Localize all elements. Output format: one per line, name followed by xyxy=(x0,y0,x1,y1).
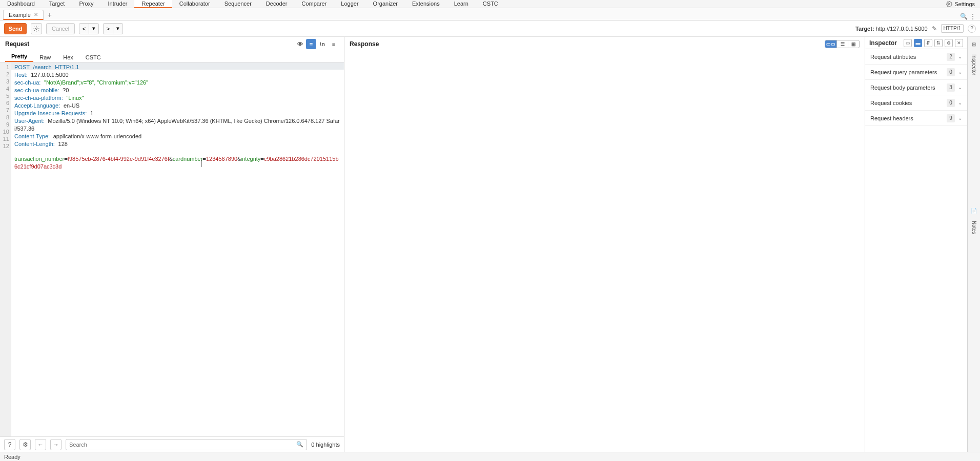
menu-learn[interactable]: Learn xyxy=(447,0,476,8)
sidestrip-notes[interactable]: Notes xyxy=(971,221,977,234)
inspector-panel: Inspector ▭ ▬ ⇵ ⇅ ⚙ ✕ Request attributes… xyxy=(865,37,968,452)
inspector-row-0[interactable]: Request attributes2⌄ xyxy=(865,49,967,65)
request-footer: ? ⚙ ← → 🔍 0 highlights xyxy=(0,436,344,452)
help-icon[interactable]: ? xyxy=(968,25,976,33)
inspector-row-count: 3 xyxy=(947,83,955,92)
layout-horizontal-icon[interactable]: ▭▭ xyxy=(825,40,836,48)
view-tab-pretty[interactable]: Pretty xyxy=(5,52,33,62)
tab-label: Example xyxy=(9,12,31,18)
inspector-gear-icon[interactable]: ⚙ xyxy=(945,39,953,47)
hamburger-icon[interactable]: ≡ xyxy=(329,39,339,49)
repeater-tabstrip: Example ✕ + 🔍 ⋮ xyxy=(0,8,980,20)
sidestrip-grid-icon[interactable]: ⊞ xyxy=(970,40,978,48)
menu-intruder[interactable]: Intruder xyxy=(101,0,135,8)
forward-icon[interactable]: → xyxy=(50,439,62,450)
menu-collaborator[interactable]: Collaborator xyxy=(172,0,217,8)
view-tab-hex[interactable]: Hex xyxy=(57,53,79,62)
status-text: Ready xyxy=(4,454,21,460)
send-button[interactable]: Send xyxy=(4,23,27,34)
menu-cstc[interactable]: CSTC xyxy=(476,0,505,8)
gear-icon[interactable]: ⚙ xyxy=(19,439,31,450)
gear-icon xyxy=(946,1,952,7)
inspector-view2-icon[interactable]: ▬ xyxy=(914,39,922,47)
search-input[interactable] xyxy=(69,442,296,448)
history-prev-button[interactable]: < xyxy=(79,23,89,34)
main-menubar: Dashboard Target Proxy Intruder Repeater… xyxy=(0,0,980,8)
inspector-row-label: Request query parameters xyxy=(870,69,947,75)
response-panel: Response ▭▭ ☰ ▣ xyxy=(344,37,865,452)
inspector-row-1[interactable]: Request query parameters0⌄ xyxy=(865,65,967,80)
inspector-row-4[interactable]: Request headers9⌄ xyxy=(865,111,967,126)
menu-comparer[interactable]: Comparer xyxy=(294,0,334,8)
status-bar: Ready xyxy=(0,452,980,461)
inspector-row-count: 0 xyxy=(947,99,955,107)
text-cursor xyxy=(201,160,201,167)
menu-logger[interactable]: Logger xyxy=(334,0,365,8)
tab-example[interactable]: Example ✕ xyxy=(3,10,44,20)
inspector-title: Inspector xyxy=(869,39,897,47)
inspector-row-count: 9 xyxy=(947,114,955,122)
history-prev-dropdown[interactable]: ▾ xyxy=(89,23,99,34)
add-tab-button[interactable]: + xyxy=(45,10,55,20)
view-tab-cstc[interactable]: CSTC xyxy=(79,53,107,62)
http-version-badge[interactable]: HTTP/1 xyxy=(941,24,964,33)
inspector-close-icon[interactable]: ✕ xyxy=(955,39,963,47)
inspector-view1-icon[interactable]: ▭ xyxy=(904,39,912,47)
chevron-down-icon: ⌄ xyxy=(958,69,962,75)
layout-toggle[interactable]: ▭▭ ☰ ▣ xyxy=(825,40,860,48)
menu-repeater[interactable]: Repeater xyxy=(134,0,172,8)
back-icon[interactable]: ← xyxy=(35,439,46,450)
action-bar: Send Cancel < ▾ > ▾ Target: http://127.0… xyxy=(0,20,980,37)
inspector-row-count: 2 xyxy=(947,53,955,61)
response-title: Response xyxy=(350,40,379,48)
request-title: Request xyxy=(5,40,29,48)
highlights-count: 0 highlights xyxy=(311,442,340,448)
history-next-button[interactable]: > xyxy=(103,23,113,34)
close-icon[interactable]: ✕ xyxy=(34,12,38,17)
menu-organizer[interactable]: Organizer xyxy=(366,0,405,8)
send-options-button[interactable] xyxy=(31,23,42,34)
hide-icon[interactable]: 👁 xyxy=(295,39,305,49)
menu-sequencer[interactable]: Sequencer xyxy=(217,0,259,8)
inspector-collapse-icon[interactable]: ⇅ xyxy=(934,39,943,47)
sidestrip-inspector[interactable]: Inspector xyxy=(971,54,977,75)
view-tab-raw[interactable]: Raw xyxy=(33,53,57,62)
inspector-expand-icon[interactable]: ⇵ xyxy=(924,39,932,47)
inspector-row-count: 0 xyxy=(947,68,955,76)
svg-point-0 xyxy=(949,3,950,5)
settings-button[interactable]: Settings xyxy=(946,1,980,7)
edit-target-icon[interactable]: ✎ xyxy=(932,25,937,32)
inspector-row-label: Request headers xyxy=(870,115,947,121)
request-editor[interactable]: POST /search HTTP/1.1 Host: 127.0.0.1:50… xyxy=(11,62,344,436)
history-next-dropdown[interactable]: ▾ xyxy=(113,23,123,34)
menu-decoder[interactable]: Decoder xyxy=(259,0,295,8)
chevron-down-icon: ⌄ xyxy=(958,100,962,106)
inspector-row-2[interactable]: Request body parameters3⌄ xyxy=(865,80,967,95)
help-icon[interactable]: ? xyxy=(4,439,15,450)
equals-icon[interactable]: = xyxy=(306,39,316,49)
chevron-down-icon: ⌄ xyxy=(958,115,962,121)
inspector-row-label: Request cookies xyxy=(870,100,947,106)
menu-target[interactable]: Target xyxy=(42,0,72,8)
menu-extensions[interactable]: Extensions xyxy=(405,0,447,8)
search-icon[interactable]: 🔍 xyxy=(960,13,968,20)
sidestrip-note-icon[interactable]: 📄 xyxy=(970,206,978,215)
settings-label: Settings xyxy=(954,1,975,7)
layout-vertical-icon[interactable]: ☰ xyxy=(836,40,848,48)
search-icon[interactable]: 🔍 xyxy=(296,441,303,448)
inspector-row-3[interactable]: Request cookies0⌄ xyxy=(865,95,967,111)
cancel-button[interactable]: Cancel xyxy=(46,23,75,34)
gear-icon xyxy=(33,26,39,32)
request-view-tabs: Pretty Raw Hex CSTC xyxy=(0,51,344,62)
menu-dashboard[interactable]: Dashboard xyxy=(0,0,42,8)
tabstrip-menu-icon[interactable]: ⋮ xyxy=(970,13,976,20)
line-gutter: 123 456 78 91011 12 xyxy=(0,62,11,436)
layout-combined-icon[interactable]: ▣ xyxy=(848,40,859,48)
inspector-row-label: Request body parameters xyxy=(870,85,947,91)
request-panel: Request 👁 = \n ≡ Pretty Raw Hex CSTC 123… xyxy=(0,37,344,452)
side-strip: ⊞ Inspector 📄 Notes xyxy=(968,37,980,452)
target-label: Target: http://127.0.0.1:5000 xyxy=(855,26,927,32)
menu-proxy[interactable]: Proxy xyxy=(72,0,100,8)
search-box[interactable]: 🔍 xyxy=(66,439,307,450)
newline-icon[interactable]: \n xyxy=(317,39,328,49)
